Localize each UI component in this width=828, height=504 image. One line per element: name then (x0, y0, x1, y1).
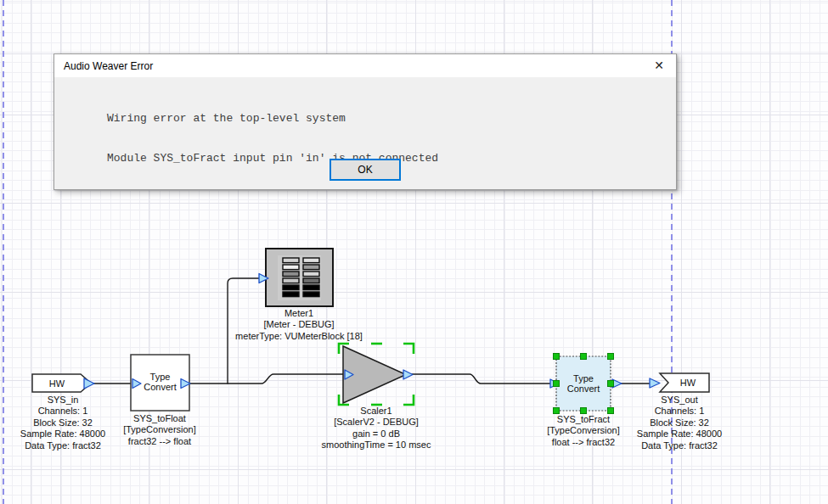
module-name-label: Scaler1 (283, 406, 470, 417)
module-meter1[interactable] (266, 249, 333, 306)
pin-sys-in-out[interactable] (84, 378, 94, 389)
sys-to-fract-box-label: Type Convert (556, 373, 611, 394)
module-type-label: [ScalerV2 - DEBUG] (283, 417, 470, 428)
samplerate-label: Sample Rate: 48000 (603, 428, 756, 440)
pin-scaler1-out[interactable] (403, 370, 413, 379)
channels-label: Channels: 1 (603, 406, 756, 417)
sys-out-box-label: HW (668, 378, 707, 388)
convert-label: Convert (131, 382, 189, 392)
module-name-label: SYS_toFloat (83, 413, 236, 424)
gain-label: gain = 0 dB (283, 428, 470, 440)
pin-sys-out-in[interactable] (650, 378, 660, 388)
type-label: Type (131, 372, 189, 382)
meter1-caption: Meter1 [Meter - DEBUG] meterType: VUMete… (206, 308, 392, 342)
module-type-label: [TypeConversion] (83, 424, 236, 435)
sys-to-float-caption: SYS_toFloat [TypeConversion] fract32 -->… (83, 413, 236, 447)
module-name-label: SYS_in (0, 395, 139, 406)
type-label: Type (556, 373, 611, 384)
sys-in-box-label: HW (32, 378, 82, 389)
designer-canvas[interactable]: HW HW Type Convert Type Convert SYS_in C… (0, 0, 828, 504)
error-dialog: Audio Weaver Error ✕ Wiring error at the… (54, 53, 677, 190)
sys-to-float-box-label: Type Convert (131, 372, 189, 392)
scaler1-caption: Scaler1 [ScalerV2 - DEBUG] gain = 0 dB s… (283, 406, 470, 451)
sys-out-caption: SYS_out Channels: 1 Block Size: 32 Sampl… (603, 395, 756, 451)
wire-scaler-to-sysfract[interactable] (410, 374, 553, 384)
blocksize-label: Block Size: 32 (603, 417, 756, 428)
module-name-label: SYS_out (603, 395, 756, 406)
wire-sysfloat-to-scaler[interactable] (189, 374, 345, 384)
dialog-title: Audio Weaver Error (54, 60, 153, 72)
convert-label: Convert (556, 384, 611, 394)
module-name-label: Meter1 (206, 308, 392, 319)
smoothing-label: smoothingTime = 10 msec (283, 440, 470, 451)
error-message-line: Wiring error at the top-level system (107, 112, 438, 126)
dialog-titlebar[interactable]: Audio Weaver Error ✕ (54, 54, 676, 77)
conversion-label: fract32 --> float (83, 436, 236, 447)
module-type-label: [Meter - DEBUG] (206, 319, 392, 330)
datatype-label: Data Type: fract32 (603, 440, 756, 451)
ok-button[interactable]: OK (330, 159, 401, 181)
close-icon[interactable]: ✕ (647, 55, 671, 76)
metertype-label: meterType: VUMeterBlock [18] (206, 331, 392, 342)
